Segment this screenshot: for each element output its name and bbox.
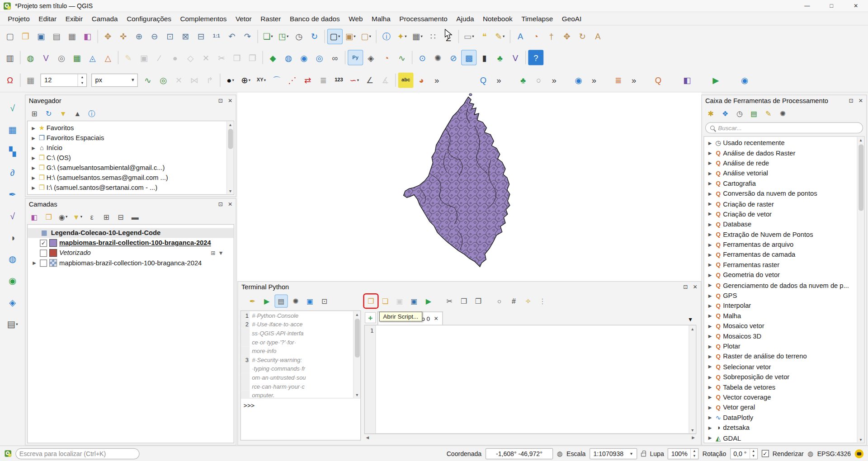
float-panel-icon[interactable]: ⊡ xyxy=(849,98,853,103)
search-plugin-button[interactable]: ⊘ xyxy=(446,50,461,65)
inspector-button[interactable]: ⋮ xyxy=(536,294,549,307)
pan-map-button[interactable]: ✥ xyxy=(100,28,116,44)
crosshair-tool-button[interactable]: ⊕ ▾ xyxy=(238,72,254,88)
toolbox-group-item[interactable]: ▶ Q Criação de vetor xyxy=(704,209,864,220)
trace-arrow-button[interactable]: ↱ xyxy=(202,72,217,88)
map-canvas[interactable] xyxy=(237,92,701,281)
menu-item[interactable]: Projeto xyxy=(3,13,34,24)
checker-tool-button[interactable]: ▚ xyxy=(4,143,21,160)
toolbox-options-button[interactable]: ✺ xyxy=(776,107,789,120)
new-shapefile-button[interactable]: V xyxy=(38,50,53,65)
scroll-right-icon[interactable]: ▶ xyxy=(692,435,695,440)
overflow-button-4[interactable]: » xyxy=(586,72,602,88)
layer-checkbox[interactable] xyxy=(40,249,47,257)
add-selected-layers-button[interactable]: ⊞ xyxy=(28,107,41,120)
expand-arrow-icon[interactable]: ▶ xyxy=(30,175,37,180)
browser-tree-item[interactable]: ▶ ❐ I:\ (samuel.santos@sertanai.com - ..… xyxy=(28,183,234,193)
expand-arrow-icon[interactable]: ▶ xyxy=(706,395,713,400)
expand-arrow-icon[interactable]: ▶ xyxy=(706,283,713,288)
vertices-tool-button[interactable]: ⋰ xyxy=(284,72,300,88)
swap-direction-button[interactable]: ⇄ xyxy=(300,72,316,88)
tab-list-menu-icon[interactable]: ▼ xyxy=(688,316,696,325)
close-button[interactable]: ✕ xyxy=(844,0,868,12)
dark-plugin-button[interactable]: ▮ xyxy=(476,50,492,65)
menu-item[interactable]: Processamento xyxy=(395,13,452,24)
overflow-button-5[interactable]: » xyxy=(626,72,642,88)
browser-tree-item[interactable]: ▶ ❒ Favoritos Espaciais xyxy=(28,133,234,143)
help-button[interactable]: ? xyxy=(528,50,543,65)
results-viewer-button[interactable]: ▤ xyxy=(747,107,760,120)
layout-manager-button[interactable]: ▦ xyxy=(64,28,80,44)
toolbox-scrollbar[interactable]: ▲ ▼ xyxy=(857,136,864,442)
scroll-thumb[interactable] xyxy=(228,129,233,149)
cube-tool-button[interactable]: ◈ xyxy=(4,294,21,311)
layer-row[interactable]: ▶ mapbiomas-brazil-collection-100-bragan… xyxy=(28,258,234,268)
python-console-output[interactable]: 1 #·Python·Console 2 #·Use·iface·to·acce… xyxy=(240,310,361,441)
digitizing-tool-button[interactable]: √ xyxy=(4,100,21,117)
float-panel-icon[interactable]: ⊡ xyxy=(683,284,688,290)
attribute-table-button[interactable]: ▦ ▾ xyxy=(410,28,425,44)
scroll-left-icon[interactable]: ◀ xyxy=(366,435,369,440)
remove-layer-button[interactable]: ▬ xyxy=(128,210,142,223)
expand-arrow-icon[interactable]: ▶ xyxy=(706,232,713,237)
dock-console-button[interactable]: ⊡ xyxy=(318,294,331,307)
temporal-plugin-button[interactable]: ◔ xyxy=(379,50,394,65)
close-panel-icon[interactable]: ✕ xyxy=(859,98,863,103)
expand-arrow-icon[interactable]: ▶ xyxy=(706,415,713,420)
close-tab-icon[interactable]: ✕ xyxy=(434,315,439,321)
expand-arrow-icon[interactable]: ▶ xyxy=(31,260,38,265)
menu-item[interactable]: Complementos xyxy=(176,13,231,24)
tree-plugin-button-2[interactable]: ♣ xyxy=(515,72,531,88)
toolbox-group-item[interactable]: ▶ Q Gerenciamento de dados da nuvem de p… xyxy=(704,280,864,291)
spin-steppers[interactable]: ▲▼ xyxy=(77,74,86,86)
expand-arrow-icon[interactable]: ▶ xyxy=(706,375,713,380)
expand-arrow-icon[interactable]: ▶ xyxy=(706,425,713,430)
spin-steppers[interactable]: ▲▼ xyxy=(690,448,698,458)
save-script-button[interactable]: ▣ xyxy=(393,294,406,307)
toolbox-group-item[interactable]: ▶ Q Conversão da nuvem de pontos xyxy=(704,188,864,199)
change-label-button[interactable]: A xyxy=(590,28,605,44)
menu-item[interactable]: Banco de dados xyxy=(285,13,344,24)
scale-lock-icon[interactable] xyxy=(641,453,646,457)
expand-arrow-icon[interactable]: ▶ xyxy=(706,324,713,329)
editor-body[interactable]: 1 ▲ ▼ xyxy=(364,325,697,434)
comment-button[interactable]: # xyxy=(507,294,520,307)
collapse-all-button[interactable]: ▲ xyxy=(71,107,84,120)
gray-search-button[interactable]: ○ xyxy=(531,72,546,88)
tracing-button[interactable]: ∿ xyxy=(140,72,156,88)
rotation-spinbox[interactable]: 0,0 ° ▲▼ xyxy=(730,448,758,459)
scroll-thumb[interactable] xyxy=(859,145,863,211)
expand-arrow-icon[interactable]: ▶ xyxy=(706,212,713,216)
profile-tool-button[interactable]: ◑ xyxy=(4,230,21,246)
layer-row[interactable]: ▦ Legenda-Colecao-10-Legend-Code xyxy=(28,228,234,238)
hook-tool-button[interactable]: ∂ xyxy=(4,165,21,182)
toolbox-group-item[interactable]: ▶ ∿ DataPlotly xyxy=(704,413,864,423)
filter-expression-button[interactable]: ε xyxy=(85,210,99,223)
browser-tree-item[interactable]: ▶ ❐ C:\ (OS) xyxy=(28,153,234,163)
move-label-button[interactable]: ✥ xyxy=(559,28,575,44)
layer-diagram-button[interactable]: ◔ xyxy=(528,28,543,44)
circle-tool-button[interactable]: ● ▾ xyxy=(222,72,238,88)
grid-tool-button[interactable]: ▦ xyxy=(4,122,21,138)
layer-row[interactable]: ✓ mapbiomas-brazil-collection-100-bragan… xyxy=(28,238,234,248)
menu-item[interactable]: Ajuda xyxy=(452,13,478,24)
pan-to-selection-button[interactable]: ✜ xyxy=(116,28,131,44)
toolbox-group-item[interactable]: ▶ Q Análise de dados Raster xyxy=(704,148,864,158)
add-group-button[interactable]: ❐ xyxy=(42,210,55,223)
coordinate-input[interactable]: -1,608° -46,972° xyxy=(486,448,553,459)
menu-item[interactable]: Vetor xyxy=(231,13,256,24)
toolbox-group-item[interactable]: ▶ Q Geometria do vetor xyxy=(704,270,864,281)
locator-search-input[interactable]: Escreva para localizar (Ctrl+K) xyxy=(15,448,139,459)
globe-tool-button[interactable]: ◍ xyxy=(4,251,21,268)
new-spatialite-button[interactable]: ◎ xyxy=(54,50,69,65)
expand-arrow-icon[interactable]: ▶ xyxy=(30,135,37,140)
toolbox-group-item[interactable]: ▶ Q Selecionar vetor xyxy=(704,362,864,372)
expand-arrow-icon[interactable]: ▶ xyxy=(706,313,713,318)
toolbox-search-input[interactable]: Buscar... xyxy=(705,122,863,133)
metasearch-button[interactable]: ◍ xyxy=(281,50,296,65)
angle-tool-button[interactable]: ∠ xyxy=(362,72,377,88)
collapse-all-layers-button[interactable]: ⊟ xyxy=(114,210,127,223)
scroll-up-icon[interactable]: ▲ xyxy=(355,311,359,318)
list-plugin-button[interactable]: ≣ xyxy=(611,72,626,88)
style-manager-button[interactable]: ◧ xyxy=(80,28,95,44)
